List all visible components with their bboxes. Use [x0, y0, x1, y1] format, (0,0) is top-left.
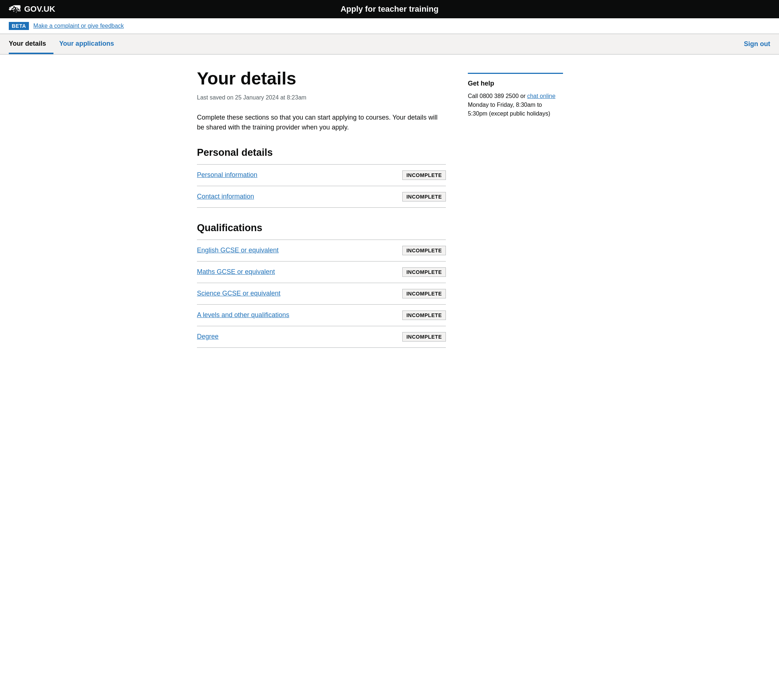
qualifications-heading: Qualifications [197, 222, 446, 234]
personal-details-heading: Personal details [197, 147, 446, 158]
list-item: Maths GCSE or equivalent INCOMPLETE [197, 262, 446, 283]
chat-online-link[interactable]: chat online [527, 93, 555, 99]
a-levels-status: INCOMPLETE [402, 310, 446, 320]
qualifications-list: English GCSE or equivalent INCOMPLETE Ma… [197, 240, 446, 348]
qualifications-section: Qualifications English GCSE or equivalen… [197, 222, 446, 348]
sidebar-divider [468, 73, 563, 74]
science-gcse-status: INCOMPLETE [402, 289, 446, 298]
personal-information-link[interactable]: Personal information [197, 171, 257, 179]
nav-item-your-details[interactable]: Your details [9, 34, 53, 54]
beta-banner: BETA Make a complaint or give feedback [0, 18, 779, 34]
gov-uk-logo[interactable]: GOV.UK [9, 4, 55, 15]
main-nav: Your details Your applications Sign out [0, 34, 779, 55]
gov-uk-text: GOV.UK [24, 4, 55, 14]
last-saved-text: Last saved on 25 January 2024 at 8:23am [197, 94, 446, 101]
english-gcse-status: INCOMPLETE [402, 246, 446, 255]
list-item: Science GCSE or equivalent INCOMPLETE [197, 283, 446, 305]
page-title: Your details [197, 69, 446, 88]
degree-status: INCOMPLETE [402, 332, 446, 342]
personal-details-section: Personal details Personal information IN… [197, 147, 446, 208]
degree-link[interactable]: Degree [197, 333, 219, 340]
nav-right: Sign out [744, 34, 770, 54]
maths-gcse-status: INCOMPLETE [402, 267, 446, 277]
maths-gcse-link[interactable]: Maths GCSE or equivalent [197, 268, 275, 276]
sidebar: Get help Call 0800 389 2500 or chat onli… [468, 69, 563, 118]
intro-text: Complete these sections so that you can … [197, 113, 446, 132]
list-item: Contact information INCOMPLETE [197, 186, 446, 208]
list-item: Personal information INCOMPLETE [197, 165, 446, 186]
personal-information-status: INCOMPLETE [402, 170, 446, 180]
site-header: GOV.UK Apply for teacher training [0, 0, 779, 18]
site-title: Apply for teacher training [341, 4, 438, 14]
english-gcse-link[interactable]: English GCSE or equivalent [197, 247, 279, 254]
beta-tag: BETA [9, 22, 29, 30]
crown-icon [9, 4, 20, 15]
contact-information-status: INCOMPLETE [402, 192, 446, 202]
science-gcse-link[interactable]: Science GCSE or equivalent [197, 290, 281, 297]
sidebar-heading: Get help [468, 80, 563, 87]
main-container: Your details Last saved on 25 January 20… [188, 55, 591, 377]
nav-item-your-applications[interactable]: Your applications [59, 34, 122, 54]
personal-details-list: Personal information INCOMPLETE Contact … [197, 164, 446, 208]
feedback-link[interactable]: Make a complaint or give feedback [33, 23, 124, 29]
beta-banner-text: Make a complaint or give feedback [33, 23, 124, 29]
sign-out-link[interactable]: Sign out [744, 34, 770, 54]
list-item: English GCSE or equivalent INCOMPLETE [197, 240, 446, 262]
sidebar-hours: Monday to Friday, 8:30am to 5:30pm (exce… [468, 100, 563, 118]
list-item: Degree INCOMPLETE [197, 326, 446, 348]
sidebar-phone-text: Call 0800 389 2500 or [468, 93, 527, 99]
contact-information-link[interactable]: Contact information [197, 193, 254, 200]
main-content: Your details Last saved on 25 January 20… [197, 69, 446, 362]
list-item: A levels and other qualifications INCOMP… [197, 305, 446, 326]
sidebar-contact: Call 0800 389 2500 or chat online [468, 92, 563, 100]
nav-left: Your details Your applications [9, 34, 127, 54]
a-levels-link[interactable]: A levels and other qualifications [197, 311, 289, 319]
